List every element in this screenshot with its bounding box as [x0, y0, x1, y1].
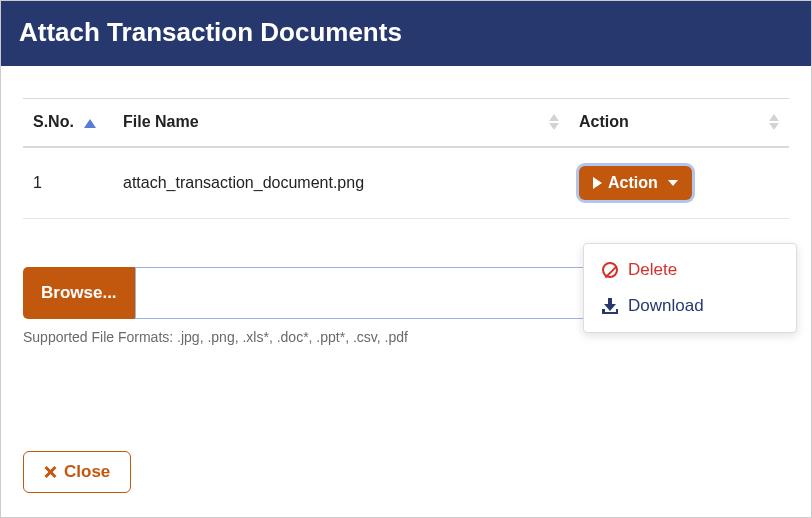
dropdown-download-label: Download [628, 296, 704, 316]
table-row: 1 attach_transaction_document.png Action [23, 147, 789, 219]
documents-table: S.No. File Name Action 1 attac [23, 98, 789, 219]
header-sno-label: S.No. [33, 113, 74, 130]
close-button[interactable]: Close [23, 451, 131, 493]
caret-down-icon [668, 180, 678, 186]
cell-action: Action [569, 147, 789, 219]
close-icon [44, 466, 56, 478]
cell-filename: attach_transaction_document.png [113, 147, 569, 219]
dropdown-item-delete[interactable]: Delete [584, 252, 796, 288]
ban-icon [602, 262, 618, 278]
header-action-label: Action [579, 113, 629, 130]
download-icon [602, 298, 618, 314]
sort-icon [769, 114, 779, 130]
modal-title: Attach Transaction Documents [1, 1, 811, 66]
header-filename-label: File Name [123, 113, 199, 130]
cell-sno: 1 [23, 147, 113, 219]
close-button-label: Close [64, 462, 110, 482]
column-header-sno[interactable]: S.No. [23, 99, 113, 147]
column-header-action[interactable]: Action [569, 99, 789, 147]
column-header-filename[interactable]: File Name [113, 99, 569, 147]
file-path-input[interactable] [135, 267, 624, 319]
attach-documents-modal: Attach Transaction Documents S.No. File … [0, 0, 812, 518]
modal-footer: Close [23, 451, 131, 493]
play-icon [593, 177, 602, 189]
action-button-label: Action [608, 174, 658, 192]
sort-asc-icon [84, 114, 96, 132]
browse-button[interactable]: Browse... [23, 267, 135, 319]
action-dropdown-menu: Delete Download [583, 243, 797, 333]
action-dropdown-button[interactable]: Action [579, 166, 692, 200]
sort-icon [549, 114, 559, 130]
dropdown-delete-label: Delete [628, 260, 677, 280]
dropdown-item-download[interactable]: Download [584, 288, 796, 324]
